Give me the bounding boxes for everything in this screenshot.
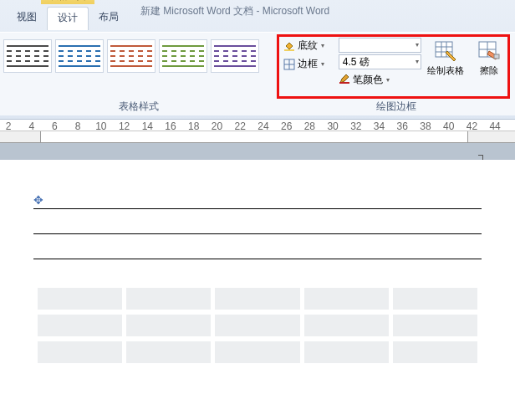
ruler-tick: 16 bbox=[165, 120, 176, 132]
tab-design[interactable]: 设计 bbox=[47, 7, 89, 30]
svg-rect-13 bbox=[494, 54, 499, 59]
border-button[interactable]: 边框 ▾ bbox=[282, 56, 334, 72]
ruler-tick: 22 bbox=[235, 120, 246, 132]
document-table-1[interactable] bbox=[33, 208, 482, 259]
horizontal-ruler: 2468101214161820222426283032343638404244 bbox=[0, 120, 515, 143]
document-page: ✥ bbox=[0, 160, 515, 368]
group-table-styles: 表格样式 bbox=[0, 33, 277, 115]
eraser-label: 擦除 bbox=[480, 64, 498, 77]
document-background bbox=[0, 143, 515, 160]
ruler-tick: 44 bbox=[489, 120, 500, 132]
pen-color-button[interactable]: 笔颜色 ▾ bbox=[339, 71, 422, 87]
ruler-tick: 32 bbox=[350, 120, 361, 132]
line-weight-combo[interactable]: 4.5 磅 ▾ bbox=[339, 54, 422, 69]
ruler-tick: 38 bbox=[420, 120, 431, 132]
group-caption-styles: 表格样式 bbox=[3, 98, 273, 114]
shading-button[interactable]: 底纹 ▾ bbox=[282, 38, 334, 54]
ruler-tick: 42 bbox=[467, 120, 477, 132]
table-style-thumb-3[interactable] bbox=[159, 39, 207, 73]
border-grid-icon bbox=[283, 59, 295, 70]
ruler-tick: 4 bbox=[28, 120, 34, 132]
table-style-thumb-2[interactable] bbox=[107, 39, 156, 73]
ruler-tick: 26 bbox=[281, 120, 292, 132]
line-style-combo[interactable]: ▾ bbox=[339, 38, 422, 53]
ruler-tick: 36 bbox=[397, 120, 408, 132]
document-title: 新建 Microsoft Word 文档 - Microsoft Word bbox=[140, 4, 329, 18]
context-tab-table-tools: 表格工具 bbox=[41, 0, 94, 4]
border-label: 边框 bbox=[298, 57, 318, 71]
svg-rect-4 bbox=[339, 82, 349, 84]
draw-table-button[interactable]: 绘制表格 bbox=[426, 38, 465, 96]
pen-icon bbox=[339, 73, 350, 87]
chevron-down-icon: ▾ bbox=[416, 41, 419, 49]
ruler-tick: 20 bbox=[212, 120, 222, 132]
tab-layout[interactable]: 布局 bbox=[89, 7, 129, 30]
group-caption-draw: 绘图边框 bbox=[277, 98, 515, 114]
chevron-down-icon: ▾ bbox=[386, 76, 390, 84]
ruler-tick: 18 bbox=[188, 120, 199, 132]
draw-table-icon bbox=[434, 39, 457, 63]
eraser-icon bbox=[477, 39, 501, 63]
ruler-tick: 2 bbox=[6, 120, 12, 132]
ruler-tick: 6 bbox=[52, 120, 58, 132]
table-style-thumb-1[interactable] bbox=[55, 39, 104, 73]
ruler-tick: 8 bbox=[75, 120, 81, 132]
table-resize-handle[interactable] bbox=[478, 155, 483, 160]
ruler-tick: 12 bbox=[119, 120, 130, 132]
ruler-tick: 10 bbox=[95, 120, 106, 132]
document-table-2[interactable] bbox=[33, 283, 482, 368]
svg-rect-0 bbox=[284, 49, 294, 51]
shading-label: 底纹 bbox=[298, 38, 318, 53]
chevron-down-icon: ▾ bbox=[321, 60, 324, 68]
ruler-tick: 24 bbox=[258, 120, 268, 132]
chevron-down-icon: ▾ bbox=[321, 42, 324, 49]
draw-table-label: 绘制表格 bbox=[427, 64, 464, 77]
chevron-down-icon: ▾ bbox=[416, 58, 419, 65]
ruler-tick: 40 bbox=[443, 120, 454, 132]
pen-color-label: 笔颜色 bbox=[353, 73, 383, 87]
ruler-tick: 34 bbox=[374, 120, 385, 132]
table-style-thumb-0[interactable] bbox=[3, 39, 52, 73]
line-weight-value: 4.5 磅 bbox=[343, 55, 370, 69]
table-move-handle-icon[interactable]: ✥ bbox=[33, 160, 482, 208]
ruler-tick: 28 bbox=[304, 120, 315, 132]
table-style-thumb-4[interactable] bbox=[211, 39, 259, 73]
group-draw-borders: 底纹 ▾ 边框 ▾ ▾ bbox=[277, 33, 515, 115]
ruler-tick: 30 bbox=[327, 120, 338, 132]
tab-view[interactable]: 视图 bbox=[7, 7, 47, 30]
ruler-tick: 14 bbox=[142, 120, 153, 132]
eraser-button[interactable]: 擦除 bbox=[470, 38, 508, 96]
paint-bucket-icon bbox=[283, 40, 295, 52]
